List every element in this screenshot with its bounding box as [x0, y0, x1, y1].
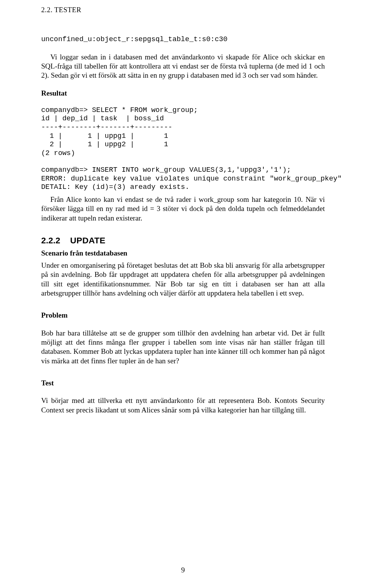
page-number: 9 [0, 566, 366, 574]
code-block-insert: companydb=> INSERT INTO work_group VALUE… [41, 166, 325, 192]
code-block-select: companydb=> SELECT * FROM work_group; id… [41, 106, 325, 158]
heading-problem: Problem [41, 311, 325, 320]
heading-test: Test [41, 379, 325, 388]
section-title: UPDATE [70, 236, 106, 245]
section-number: 2.2.2 [41, 236, 60, 245]
section-heading-update: 2.2.2 UPDATE [41, 236, 325, 246]
heading-resultat: Resultat [41, 89, 325, 98]
paragraph-alice: Från Alice konto kan vi endast se de två… [41, 195, 325, 223]
paragraph-problem: Bob har bara tillåtelse att se de gruppe… [41, 329, 325, 366]
page-header: 2.2. TESTER [41, 0, 325, 14]
paragraph-test: Vi börjar med att tillverka ett nytt anv… [41, 396, 325, 415]
code-block-context: unconfined_u:object_r:sepgsql_table_t:s0… [41, 35, 325, 44]
document-page: 2.2. TESTER unconfined_u:object_r:sepgsq… [0, 0, 366, 588]
paragraph-scenario: Under en omorganisering på företaget bes… [41, 261, 325, 298]
paragraph-login: Vi loggar sedan in i databasen med det a… [41, 53, 325, 80]
heading-scenario: Scenario från testdatabasen [41, 249, 325, 258]
